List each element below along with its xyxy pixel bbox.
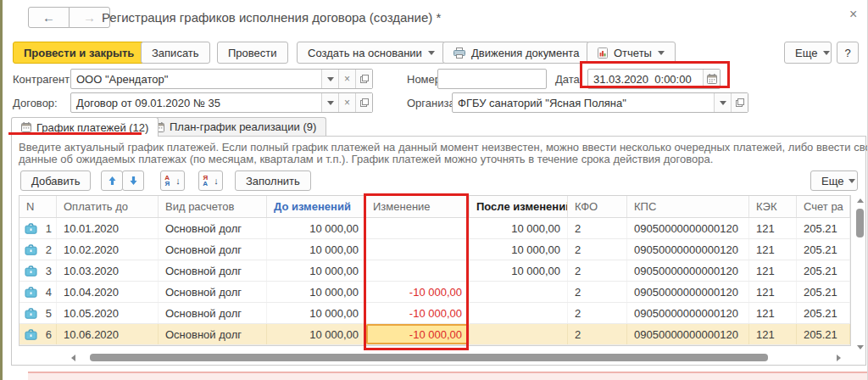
cell-before-change[interactable]: 10 000,00: [267, 260, 366, 281]
column-header-kek[interactable]: КЭК: [749, 196, 797, 217]
cell-after-change[interactable]: 10 000,00: [470, 218, 568, 238]
cell-kek[interactable]: 121: [749, 260, 797, 281]
cell-after-change[interactable]: [470, 282, 568, 302]
column-header-pay-before[interactable]: Оплатить до: [57, 196, 159, 217]
cell-change[interactable]: [366, 260, 470, 281]
cell-change[interactable]: -10 000,00: [366, 303, 470, 323]
cell-kps[interactable]: 09050000000000120: [627, 324, 749, 344]
cell-n[interactable]: 4: [19, 282, 57, 302]
more-button-table[interactable]: Еще: [810, 170, 858, 191]
cell-pay-before[interactable]: 10.03.2020: [57, 260, 159, 281]
cell-before-change[interactable]: 10 000,00: [267, 218, 366, 238]
scroll-down-icon[interactable]: [857, 345, 864, 349]
scroll-right-icon[interactable]: [837, 355, 841, 361]
back-button[interactable]: ←: [28, 7, 70, 28]
calendar-icon[interactable]: [703, 70, 720, 88]
open-icon[interactable]: [355, 70, 372, 88]
horizontal-scroll-thumb[interactable]: [90, 354, 768, 361]
cell-account[interactable]: 205.21: [797, 324, 850, 344]
document-movements-button[interactable]: Движения документа: [442, 42, 590, 64]
column-header-before-change[interactable]: До изменений: [267, 196, 366, 217]
write-button[interactable]: Записать: [141, 42, 210, 64]
cell-n[interactable]: 3: [19, 260, 57, 281]
cell-before-change[interactable]: 10 000,00: [267, 239, 366, 260]
cell-calc-type[interactable]: Основной долг: [159, 282, 267, 302]
number-value[interactable]: [438, 70, 546, 88]
cell-n[interactable]: 5: [19, 303, 57, 323]
column-header-kfo[interactable]: КФО: [568, 196, 627, 217]
cell-n[interactable]: 2: [19, 239, 57, 260]
cell-before-change[interactable]: 10 000,00: [267, 303, 366, 323]
more-button-top[interactable]: Еще: [784, 42, 832, 64]
tab-payment-schedule[interactable]: График платежей (12): [11, 117, 159, 137]
scroll-left-icon[interactable]: [71, 355, 75, 361]
create-based-on-button[interactable]: Создать на основании: [297, 42, 446, 64]
organization-value[interactable]: ФГБУ санаторий "Ясная Поляна": [453, 93, 714, 112]
column-header-kps[interactable]: КПС: [627, 196, 749, 217]
cell-calc-type[interactable]: Основной долг: [159, 303, 267, 323]
cell-kps[interactable]: 09050000000000120: [627, 303, 749, 323]
organization-field[interactable]: ФГБУ санаторий "Ясная Поляна": [452, 92, 748, 113]
cell-account[interactable]: 205.21: [797, 260, 850, 281]
open-icon[interactable]: [355, 93, 372, 112]
cell-change[interactable]: -10 000,00: [366, 324, 470, 344]
fill-button[interactable]: Заполнить: [235, 170, 311, 191]
dropdown-icon[interactable]: [714, 93, 731, 112]
contract-field[interactable]: Договор от 09.01.2020 № 35 ×: [70, 92, 373, 113]
table-row[interactable]: 210.02.2020Основной долг10 000,0010 000,…: [19, 239, 850, 260]
contract-value[interactable]: Договор от 09.01.2020 № 35: [71, 93, 321, 112]
cell-kfo[interactable]: 2: [568, 282, 627, 302]
sort-descending-icon[interactable]: ЯА ↓: [198, 170, 223, 191]
cell-calc-type[interactable]: Основной долг: [159, 218, 267, 238]
column-header-change[interactable]: Изменение: [366, 196, 470, 217]
column-header-account[interactable]: Счет ра: [797, 196, 850, 217]
cell-before-change[interactable]: 10 000,00: [267, 324, 366, 344]
vertical-scroll-thumb[interactable]: [856, 209, 864, 238]
open-icon[interactable]: [731, 93, 748, 112]
cell-change[interactable]: [366, 218, 470, 238]
close-icon[interactable]: ×: [849, 8, 857, 21]
cell-kps[interactable]: 09050000000000120: [627, 282, 749, 302]
counterparty-value[interactable]: ООО "Арендатор": [71, 70, 321, 88]
cell-pay-before[interactable]: 10.05.2020: [57, 303, 159, 323]
cell-kfo[interactable]: 2: [568, 218, 627, 238]
table-row[interactable]: 410.04.2020Основной долг10 000,00-10 000…: [19, 282, 850, 303]
cell-kek[interactable]: 121: [749, 303, 797, 323]
add-row-button[interactable]: Добавить: [20, 170, 91, 191]
cell-kfo[interactable]: 2: [568, 324, 627, 344]
move-up-button[interactable]: [101, 170, 123, 191]
cell-pay-before[interactable]: 10.01.2020: [57, 218, 159, 238]
cell-kfo[interactable]: 2: [568, 239, 627, 260]
cell-pay-before[interactable]: 10.02.2020: [57, 239, 159, 260]
column-header-n[interactable]: N: [19, 196, 57, 217]
scroll-up-icon[interactable]: [857, 198, 864, 203]
cell-pay-before[interactable]: 10.04.2020: [57, 282, 159, 302]
cell-after-change[interactable]: 10 000,00: [470, 239, 568, 260]
cell-kek[interactable]: 121: [749, 239, 797, 260]
tab-implementation-plan[interactable]: План-график реализации (9): [144, 117, 326, 136]
column-header-calc-type[interactable]: Вид расчетов: [159, 196, 267, 217]
cell-kfo[interactable]: 2: [568, 303, 627, 323]
cell-after-change[interactable]: [470, 324, 568, 344]
cell-kps[interactable]: 09050000000000120: [627, 260, 749, 281]
number-field[interactable]: [437, 69, 547, 89]
cell-calc-type[interactable]: Основной долг: [159, 324, 267, 344]
table-row[interactable]: 610.06.2020Основной долг10 000,00-10 000…: [19, 324, 850, 345]
cell-kek[interactable]: 121: [749, 324, 797, 344]
cell-account[interactable]: 205.21: [797, 218, 850, 238]
reports-button[interactable]: Отчеты: [587, 42, 676, 64]
cell-pay-before[interactable]: 10.06.2020: [57, 324, 159, 344]
cell-calc-type[interactable]: Основной долг: [159, 260, 267, 281]
clear-icon[interactable]: ×: [338, 70, 355, 88]
cell-change[interactable]: -10 000,00: [366, 282, 470, 302]
cell-change[interactable]: [366, 239, 470, 260]
move-down-button[interactable]: [122, 170, 144, 191]
cell-account[interactable]: 205.21: [797, 303, 850, 323]
cell-after-change[interactable]: [470, 303, 568, 323]
cell-after-change[interactable]: 10 000,00: [470, 260, 568, 281]
counterparty-field[interactable]: ООО "Арендатор" ×: [70, 69, 373, 89]
cell-account[interactable]: 205.21: [797, 282, 850, 302]
cell-n[interactable]: 6: [19, 324, 57, 344]
cell-calc-type[interactable]: Основной долг: [159, 239, 267, 260]
column-header-after-change[interactable]: После изменений: [470, 196, 568, 217]
